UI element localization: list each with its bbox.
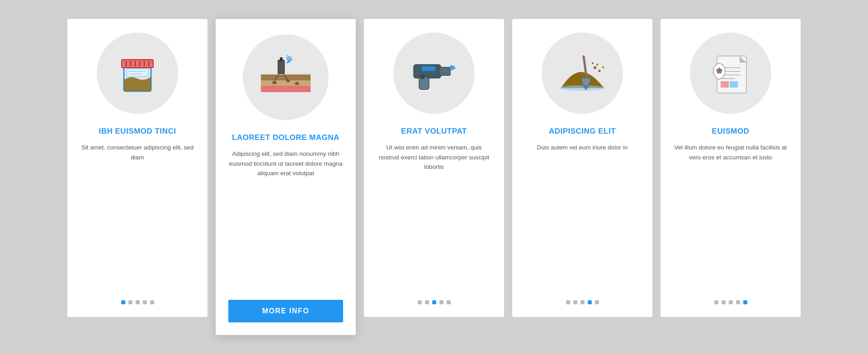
- card-2-text: Adipiscing elit, sed diam nonummy nibh e…: [228, 149, 343, 290]
- scanner-gun-icon: [405, 47, 463, 99]
- card-5-title: EUISMOD: [712, 126, 750, 136]
- dot: [729, 300, 733, 304]
- dot: [566, 300, 570, 304]
- svg-rect-26: [421, 75, 425, 79]
- card-1-title: IBH EUISMOD TINCI: [99, 126, 176, 136]
- dot: [136, 300, 140, 304]
- more-info-button[interactable]: MORE INFO: [228, 300, 343, 322]
- card-1-dots: [121, 300, 154, 304]
- svg-rect-21: [261, 74, 311, 76]
- card-2: LAOREET DOLORE MAGNA Adipiscing elit, se…: [216, 19, 356, 335]
- dot-active: [743, 300, 747, 304]
- card-3: ERAT VOLUTPAT Ut wisi enim ad minim veni…: [364, 19, 504, 317]
- soil-jar-icon: [110, 46, 165, 100]
- card-5-dots: [714, 300, 747, 304]
- svg-point-32: [592, 62, 594, 64]
- dot: [722, 300, 726, 304]
- dot: [143, 300, 147, 304]
- svg-point-31: [596, 64, 598, 65]
- dot: [128, 300, 132, 304]
- dot: [714, 300, 718, 304]
- card-4-dots: [566, 300, 599, 304]
- card-1: IBH EUISMOD TINCI Sit amet, consectetuer…: [67, 19, 208, 317]
- card-4-text: Duis autem vel eum iriure dolor in: [537, 143, 627, 289]
- dot-active: [432, 300, 436, 304]
- card-4-title: ADIPISCING ELIT: [549, 126, 616, 136]
- dot-active: [588, 300, 592, 304]
- card-5-text: Vel illum dolore eu feugiat nulla facili…: [673, 143, 788, 289]
- card-5-icon-circle: [690, 33, 771, 114]
- card-3-dots: [418, 300, 451, 304]
- dot: [595, 300, 599, 304]
- card-4-icon-circle: [542, 33, 623, 114]
- dot: [150, 300, 154, 304]
- svg-rect-8: [127, 69, 148, 77]
- document-badge-icon: [703, 46, 758, 100]
- svg-rect-39: [721, 81, 729, 88]
- dot: [425, 300, 429, 304]
- svg-point-14: [272, 81, 277, 84]
- card-3-icon-circle: [393, 33, 475, 114]
- card-3-title: ERAT VOLUTPAT: [401, 126, 467, 136]
- svg-point-29: [594, 66, 596, 69]
- dot: [736, 300, 740, 304]
- card-2-icon-circle: [243, 34, 329, 120]
- svg-point-30: [598, 70, 600, 72]
- svg-rect-23: [439, 67, 450, 75]
- ground-scanner-icon: [256, 50, 315, 104]
- svg-rect-17: [278, 60, 284, 74]
- dot: [580, 300, 585, 304]
- cards-container: IBH EUISMOD TINCI Sit amet, consectetuer…: [40, 1, 828, 353]
- dot: [418, 300, 422, 304]
- svg-rect-11: [261, 79, 311, 86]
- shovel-mountain-icon: [554, 47, 611, 99]
- card-3-text: Ut wisi enim ad minim veniam, quis nostr…: [377, 143, 491, 289]
- svg-rect-25: [422, 66, 435, 71]
- dot: [573, 300, 577, 304]
- card-2-title: LAOREET DOLORE MAGNA: [232, 133, 340, 143]
- card-1-icon-circle: [97, 33, 178, 114]
- dot-active: [121, 300, 125, 304]
- card-5: EUISMOD Vel illum dolore eu feugiat null…: [660, 19, 801, 317]
- svg-rect-18: [280, 57, 283, 61]
- svg-rect-12: [261, 86, 311, 92]
- dot: [447, 300, 451, 304]
- svg-rect-40: [730, 81, 738, 88]
- svg-point-27: [560, 85, 605, 91]
- svg-point-16: [295, 82, 299, 85]
- card-4: ADIPISCING ELIT Duis autem vel eum iriur…: [512, 19, 652, 317]
- svg-point-33: [602, 66, 604, 68]
- card-1-text: Sit amet, consectetuer adipiscing elit, …: [80, 143, 195, 289]
- dot: [439, 300, 443, 304]
